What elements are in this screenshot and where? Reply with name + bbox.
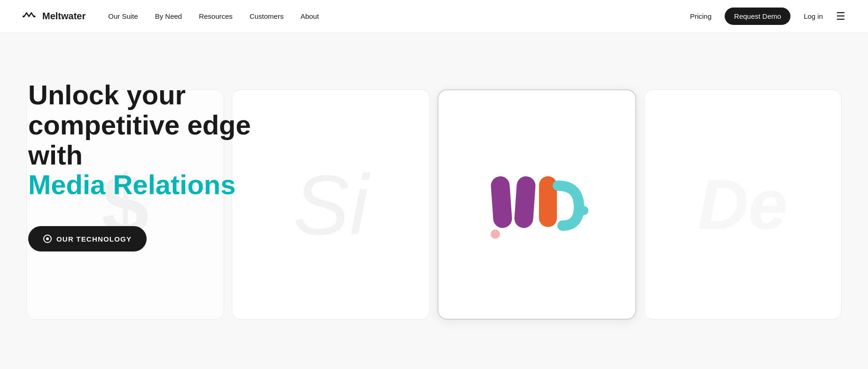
card-4: De (644, 89, 842, 320)
nav-item-resources[interactable]: Resources (199, 12, 233, 21)
nav-item-by-need[interactable]: By Need (155, 12, 182, 21)
nav-link-resources[interactable]: Resources (199, 12, 233, 20)
svg-rect-2 (490, 176, 513, 229)
meltwater-logo-graphic (485, 169, 588, 240)
svg-point-5 (491, 229, 500, 239)
nav-link-customers[interactable]: Customers (250, 12, 284, 20)
logo-text: Meltwater (42, 11, 86, 22)
cta-label: OUR TECHNOLOGY (56, 235, 132, 243)
navbar: Meltwater Our Suite By Need Resources Cu… (0, 0, 868, 33)
main-content: Unlock your competitive edge with Media … (0, 33, 868, 369)
card-2-ghost: Si (293, 156, 368, 253)
logo[interactable]: Meltwater (23, 11, 86, 22)
nav-link-by-need[interactable]: By Need (155, 12, 182, 20)
hero-section: Unlock your competitive edge with Media … (28, 80, 287, 251)
hero-headline-1: Unlock your competitive edge with (28, 79, 251, 170)
svg-rect-3 (514, 176, 536, 229)
svg-point-6 (579, 206, 588, 215)
nav-item-customers[interactable]: Customers (250, 12, 284, 21)
card-4-ghost: De (698, 164, 788, 245)
nav-item-about[interactable]: About (300, 12, 319, 21)
nav-link-about[interactable]: About (300, 12, 319, 20)
svg-point-1 (33, 15, 35, 17)
card-3-active (438, 89, 636, 320)
our-technology-button[interactable]: OUR TECHNOLOGY (28, 226, 147, 251)
pricing-link[interactable]: Pricing (690, 12, 712, 20)
dot-icon (43, 235, 52, 243)
nav-item-our-suite[interactable]: Our Suite (108, 12, 138, 21)
hero-headline-2: Media Relations (28, 169, 236, 200)
hero-headline: Unlock your competitive edge with Media … (28, 80, 287, 200)
nav-left: Meltwater Our Suite By Need Resources Cu… (23, 11, 319, 22)
logo-icon (23, 11, 39, 22)
request-demo-button[interactable]: Request Demo (725, 8, 790, 25)
card-3-content (438, 90, 635, 319)
hamburger-icon[interactable]: ☰ (836, 10, 845, 23)
nav-right: Pricing Request Demo Log in ☰ (690, 8, 845, 25)
login-link[interactable]: Log in (804, 12, 823, 20)
nav-link-our-suite[interactable]: Our Suite (108, 12, 138, 20)
nav-links: Our Suite By Need Resources Customers Ab… (108, 12, 319, 21)
